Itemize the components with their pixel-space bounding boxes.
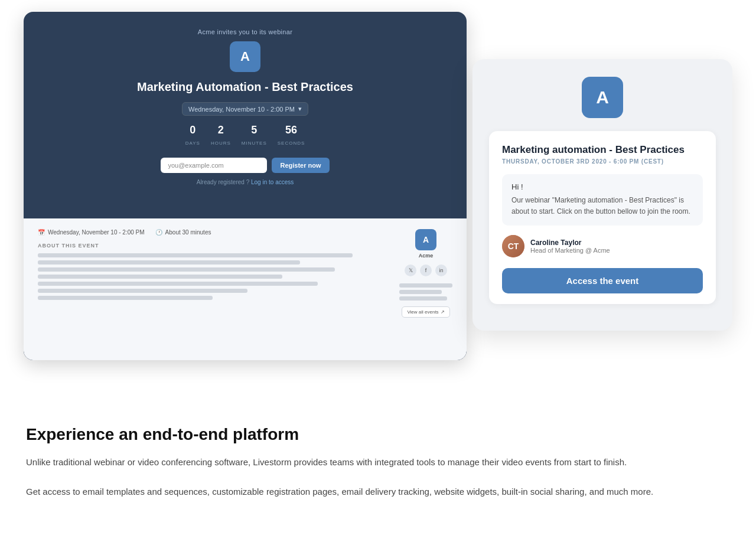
card-back-bottom: 📅 Wednesday, November 10 - 2:00 PM 🕐 Abo… (24, 218, 467, 360)
email-input[interactable]: you@example.com (161, 158, 267, 173)
sender-avatar: CT (502, 235, 524, 257)
bottom-meta: 📅 Wednesday, November 10 - 2:00 PM 🕐 Abo… (38, 229, 387, 236)
right-text-lines (399, 283, 452, 301)
countdown-minutes: 5 MINUTES (242, 124, 267, 147)
invite-label: Acme invites you to its webinar (198, 28, 292, 35)
text-line (399, 290, 442, 294)
calendar-icon: 📅 (38, 229, 45, 236)
page-wrapper: Acme invites you to its webinar A Market… (0, 0, 756, 523)
back-card-logo: A (230, 41, 260, 72)
social-icons: 𝕏 f in (405, 265, 447, 276)
facebook-icon[interactable]: f (420, 265, 432, 276)
twitter-icon[interactable]: 𝕏 (405, 265, 416, 276)
text-line (38, 282, 318, 286)
webinar-title: Marketing Automation - Best Practices (137, 80, 353, 94)
message-body: Our webinar "Marketing automation - Best… (511, 195, 693, 217)
already-registered-text: Already registered ? Log in to access (197, 179, 294, 185)
register-row: you@example.com Register now (161, 158, 329, 173)
front-event-title: Marketing automation - Best Practices (502, 144, 703, 156)
about-label: ABOUT THIS EVENT (38, 243, 387, 249)
meta-date: 📅 Wednesday, November 10 - 2:00 PM (38, 229, 145, 236)
text-line (38, 267, 335, 272)
speaker-logo: A (415, 229, 436, 250)
text-line (38, 253, 353, 257)
webinar-registration-card: Acme invites you to its webinar A Market… (24, 12, 467, 360)
countdown-seconds: 56 SECONDS (278, 124, 305, 147)
front-card-logo: A (582, 77, 623, 118)
sender-info: Caroline Taylor Head of Marketing @ Acme (530, 239, 610, 254)
meta-duration: 🕐 About 30 minutes (155, 229, 211, 236)
message-box: Hi ! Our webinar "Marketing automation -… (502, 174, 703, 226)
text-line (38, 296, 213, 300)
external-link-icon: ↗ (441, 309, 445, 315)
email-card: Marketing automation - Best Practices TH… (489, 131, 716, 304)
illustration-area: Acme invites you to its webinar A Market… (24, 12, 732, 401)
login-link[interactable]: Log in to access (251, 179, 294, 185)
avatar-image: CT (502, 235, 524, 257)
countdown: 0 DAYS 2 HOURS 5 MINUTES 56 SECONDS (185, 124, 305, 147)
text-line (38, 275, 282, 279)
sender-name: Caroline Taylor (530, 239, 610, 247)
clock-icon: 🕐 (155, 229, 162, 236)
speaker-name: Acme (419, 253, 434, 259)
email-notification-card: A Marketing automation - Best Practices … (472, 59, 732, 331)
text-line (399, 283, 452, 288)
event-details-right: A Acme 𝕏 f in View all events (399, 229, 452, 350)
linkedin-icon[interactable]: in (435, 265, 447, 276)
countdown-hours: 2 HOURS (211, 124, 231, 147)
front-event-date: THURSDAY, OCTOBER 3RD 2020 - 6:00 PM (CE… (502, 158, 703, 165)
register-button[interactable]: Register now (272, 158, 329, 173)
text-line (399, 296, 447, 301)
text-line (38, 289, 247, 293)
sender-title: Head of Marketing @ Acme (530, 247, 610, 254)
section-title: Experience an end-to-end platform (26, 425, 730, 444)
greeting-text: Hi ! (511, 182, 693, 191)
view-all-button[interactable]: View all events ↗ (402, 306, 449, 318)
section-body-2: Get access to email templates and sequen… (26, 484, 730, 499)
text-section: Experience an end-to-end platform Unlike… (24, 425, 732, 499)
countdown-days: 0 DAYS (185, 124, 200, 147)
access-event-button[interactable]: Access the event (502, 268, 703, 293)
sender-row: CT Caroline Taylor Head of Marketing @ A… (502, 235, 703, 257)
date-dropdown[interactable]: Wednesday, November 10 - 2:00 PM ▾ (182, 102, 308, 116)
section-body-1: Unlike traditional webinar or video conf… (26, 455, 730, 470)
text-line (38, 260, 300, 265)
event-details-left: 📅 Wednesday, November 10 - 2:00 PM 🕐 Abo… (38, 229, 387, 350)
about-text-lines (38, 253, 387, 300)
